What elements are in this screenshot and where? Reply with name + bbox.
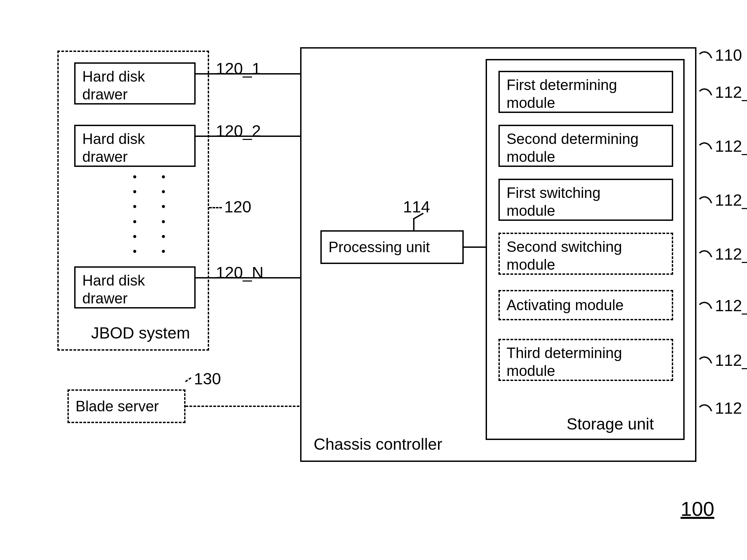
blade-server: Blade server	[68, 390, 185, 423]
ref-module-3: 112_3	[715, 192, 747, 208]
connector-proc-storage	[464, 246, 486, 248]
ellipsis-outer	[162, 175, 165, 253]
lead-120	[209, 207, 222, 208]
ref-drawer-1: 120_1	[216, 61, 261, 77]
ref-jbod: 120	[224, 199, 251, 215]
wavy-m2	[695, 141, 711, 152]
ref-chassis: 110	[715, 47, 742, 63]
wavy-m3	[695, 195, 711, 206]
connector-blade	[185, 406, 300, 407]
wavy-110	[695, 51, 711, 61]
jbod-title: JBOD system	[91, 324, 190, 342]
lead-130	[185, 377, 191, 382]
lead-114	[413, 218, 414, 230]
drawer-2: Hard disk drawer	[74, 125, 196, 167]
ref-blade: 130	[194, 371, 221, 387]
ellipsis-inner	[133, 175, 136, 253]
module-4: Second switching module	[498, 233, 673, 275]
module-5: Activating module	[498, 290, 673, 320]
ref-module-2: 112_2	[715, 138, 747, 154]
module-3: First switching module	[498, 179, 673, 221]
ref-module-1: 112_1	[715, 84, 747, 101]
figure-ref: 100	[680, 499, 714, 519]
ref-module-6: 112_6	[715, 352, 747, 369]
ref-storage: 112	[715, 400, 742, 417]
ref-drawer-2: 120_2	[216, 123, 261, 139]
drawer-1: Hard disk drawer	[74, 62, 196, 105]
wavy-m6	[695, 356, 711, 366]
module-1: First determining module	[498, 71, 673, 113]
wavy-m4	[695, 249, 711, 260]
wavy-m1	[695, 88, 711, 98]
ref-processing: 114	[403, 199, 430, 215]
wavy-m5	[695, 301, 711, 311]
module-6: Third determining module	[498, 339, 673, 381]
storage-title: Storage unit	[567, 415, 654, 433]
processing-unit: Processing unit	[320, 230, 464, 264]
module-2: Second determining module	[498, 125, 673, 167]
ref-module-4: 112_4	[715, 246, 747, 262]
chassis-title: Chassis controller	[314, 435, 442, 453]
ref-module-5: 112_5	[715, 298, 747, 314]
wavy-112	[695, 404, 711, 414]
drawer-n: Hard disk drawer	[74, 266, 196, 309]
ref-drawer-n: 120_N	[216, 265, 263, 281]
